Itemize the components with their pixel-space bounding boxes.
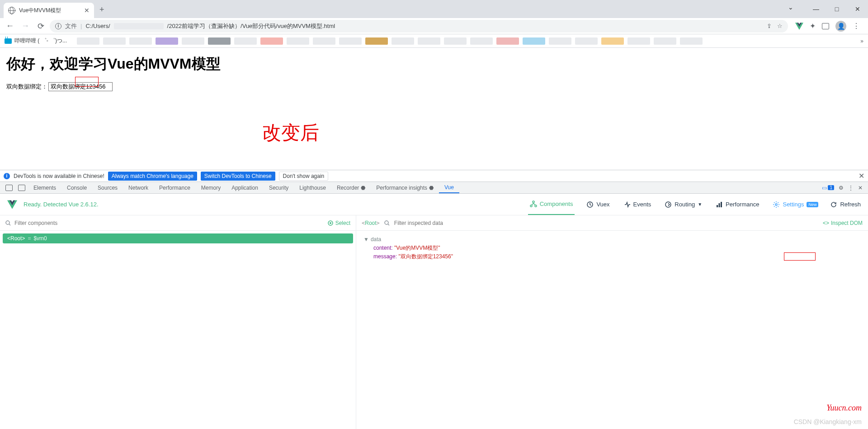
components-icon (530, 201, 537, 208)
tab-memory[interactable]: Memory (196, 182, 226, 193)
vuex-icon (586, 201, 594, 208)
watermark-yuucn: Yuucn.com (826, 403, 862, 413)
more-icon[interactable]: ⋮ (848, 185, 854, 191)
vue-devtools-panel: Ready. Detected Vue 2.6.12. Components V… (0, 194, 868, 429)
bookmark-star-icon[interactable]: ☆ (777, 23, 783, 29)
data-section-toggle[interactable]: ▼data (363, 235, 861, 244)
tab-sources[interactable]: Sources (92, 182, 123, 193)
device-toggle-icon[interactable] (18, 185, 25, 191)
reload-button[interactable]: ⟳ (34, 20, 47, 33)
bookmark-blurred-items (77, 37, 703, 45)
vue-logo-icon (7, 200, 17, 209)
vue-extension-icon[interactable] (795, 23, 803, 30)
vue-tab-settings[interactable]: Settings New (771, 195, 820, 214)
info-icon: i (4, 173, 10, 179)
browser-titlebar: Vue中MVVM模型 ✕ + ⌄ — □ ✕ (0, 0, 868, 18)
target-icon (327, 220, 334, 226)
binding-label: 双向数据绑定： (6, 83, 47, 91)
bookmark-item[interactable]: 哔哩哔哩 ( ゜- ゜)つ... (14, 37, 67, 45)
vue-panel-header: Ready. Detected Vue 2.6.12. Components V… (0, 194, 868, 215)
back-button[interactable]: ← (4, 20, 16, 33)
devtools-tabs: Elements Console Sources Network Perform… (0, 182, 868, 194)
dont-show-button[interactable]: Don't show again (279, 172, 329, 181)
svg-rect-5 (719, 203, 720, 207)
component-tree-root[interactable]: <Root> = $vm0 (3, 233, 353, 243)
vue-tab-events[interactable]: Events (622, 195, 653, 214)
inspect-dom-button[interactable]: <> Inspect DOM (823, 220, 863, 226)
vue-refresh-button[interactable]: Refresh (830, 201, 861, 208)
search-icon (5, 220, 11, 226)
svg-rect-4 (717, 205, 718, 207)
performance-icon (716, 201, 723, 208)
tab-elements[interactable]: Elements (28, 182, 61, 193)
binding-input[interactable] (48, 82, 113, 91)
close-banner-icon[interactable]: ✕ (859, 172, 864, 180)
close-devtools-icon[interactable]: ✕ (858, 185, 863, 191)
match-language-button[interactable]: Always match Chrome's language (108, 172, 197, 181)
vue-inspector-pane: <Root> <> Inspect DOM ▼data content: "Vu… (356, 215, 868, 429)
routing-icon (665, 201, 672, 208)
filter-data-input[interactable] (394, 220, 818, 226)
minimize-button[interactable]: — (806, 5, 826, 13)
settings-icon[interactable]: ⚙ (839, 185, 844, 191)
site-info-icon[interactable]: i (55, 23, 61, 29)
forward-button[interactable]: → (19, 20, 32, 33)
data-prop-message[interactable]: message: "双向数据绑定123456" (363, 252, 861, 261)
annotation-text: 改变后 (262, 120, 319, 145)
maximize-button[interactable]: □ (826, 5, 847, 13)
tab-vue[interactable]: Vue (439, 182, 459, 193)
filter-components-input[interactable] (14, 220, 324, 226)
inspected-component-name: <Root> (362, 220, 380, 226)
share-icon[interactable]: ⇪ (767, 23, 772, 29)
menu-icon[interactable]: ⋮ (853, 22, 860, 30)
banner-message: DevTools is now available in Chinese! (14, 173, 104, 179)
address-path-left: C:/Users/ (85, 23, 110, 29)
address-scheme: 文件 (65, 22, 77, 30)
extension-icons: ✦ 👤 ⋮ (791, 21, 864, 32)
bookmarks-bar: 哔哩哔哩 ( ゜- ゜)つ... » (0, 34, 868, 48)
browser-toolbar: ← → ⟳ i 文件 | C:/Users/ /2022前端学习（查漏补缺）/V… (0, 18, 868, 34)
tabs-dropdown-icon[interactable]: ⌄ (780, 4, 801, 11)
extensions-icon[interactable]: ✦ (810, 22, 816, 30)
bookmarks-overflow-icon[interactable]: » (860, 38, 863, 44)
vue-status-text: Ready. Detected Vue 2.6.12. (24, 201, 99, 208)
inspect-element-icon[interactable] (5, 185, 13, 191)
svg-point-8 (6, 221, 9, 224)
devtools-language-banner: i DevTools is now available in Chinese! … (0, 170, 868, 182)
side-panel-icon[interactable] (822, 23, 829, 29)
svg-point-11 (385, 221, 388, 224)
new-tab-button[interactable]: + (99, 5, 104, 14)
globe-icon (8, 7, 15, 14)
page-heading: 你好，欢迎学习Vue的MVVM模型 (6, 54, 862, 74)
vue-tab-vuex[interactable]: Vuex (585, 195, 611, 214)
redacted-segment (114, 23, 164, 29)
close-tab-icon[interactable]: ✕ (84, 7, 90, 14)
tab-application[interactable]: Application (226, 182, 264, 193)
vue-tab-performance[interactable]: Performance (714, 195, 761, 214)
browser-tab[interactable]: Vue中MVVM模型 ✕ (4, 3, 94, 18)
devtools-panel: i DevTools is now available in Chinese! … (0, 170, 868, 429)
vue-tab-components[interactable]: Components (528, 194, 575, 215)
svg-point-1 (530, 205, 532, 207)
tab-network[interactable]: Network (123, 182, 154, 193)
profile-avatar[interactable]: 👤 (835, 21, 846, 32)
component-data-section: ▼data content: "Vue的MVVM模型" message: "双向… (356, 231, 868, 266)
tab-title: Vue中MVVM模型 (19, 7, 80, 14)
svg-point-7 (775, 204, 777, 205)
tab-console[interactable]: Console (61, 182, 92, 193)
address-path-right: /2022前端学习（查漏补缺）/Vue部分代码/vue的MVVM模型.html (167, 22, 335, 30)
issues-icon[interactable]: ▭1 (822, 185, 834, 191)
tab-recorder[interactable]: Recorder⬣ (331, 182, 371, 193)
close-window-button[interactable]: ✕ (847, 5, 868, 13)
address-bar[interactable]: i 文件 | C:/Users/ /2022前端学习（查漏补缺）/Vue部分代码… (50, 20, 788, 33)
tab-security[interactable]: Security (264, 182, 294, 193)
tab-perf-insights[interactable]: Performance insights⬣ (371, 182, 439, 193)
vue-tab-routing[interactable]: Routing ▼ (663, 195, 704, 214)
select-component-button[interactable]: Select (327, 220, 350, 226)
switch-language-button[interactable]: Switch DevTools to Chinese (201, 172, 275, 181)
tab-lighthouse[interactable]: Lighthouse (294, 182, 331, 193)
watermark-csdn: CSDN @Kiangkiang-xm (794, 418, 862, 425)
tab-performance[interactable]: Performance (154, 182, 196, 193)
data-prop-content[interactable]: content: "Vue的MVVM模型" (363, 244, 861, 252)
settings-icon (773, 201, 780, 208)
